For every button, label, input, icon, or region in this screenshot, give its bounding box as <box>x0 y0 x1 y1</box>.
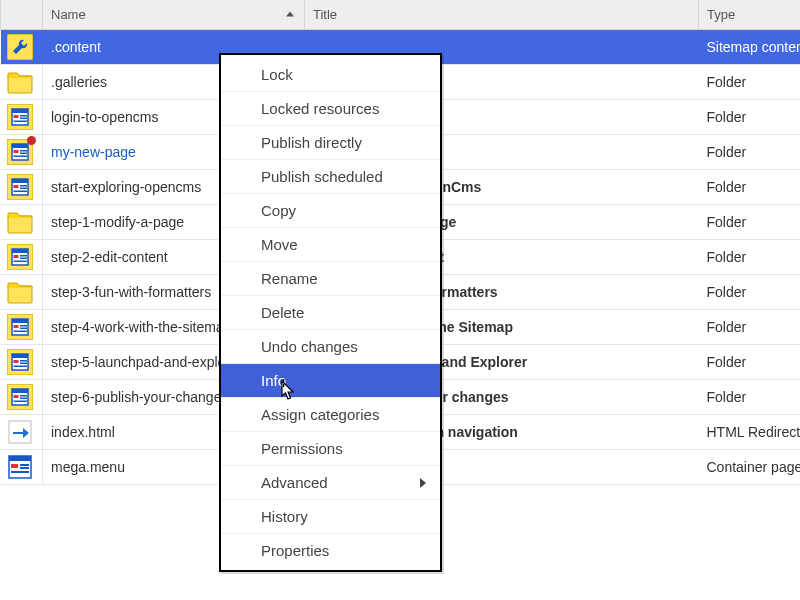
tool-icon <box>7 34 33 60</box>
row-type: Folder <box>707 214 747 230</box>
row-type-cell[interactable]: Folder <box>699 204 801 239</box>
menu-item-perms[interactable]: Permissions <box>221 432 440 466</box>
header-icon[interactable] <box>1 0 43 29</box>
page-icon <box>7 384 33 410</box>
menu-item-assign-cat[interactable]: Assign categories <box>221 398 440 432</box>
menu-item-label: History <box>261 508 308 525</box>
row-type: Folder <box>707 284 747 300</box>
redirect-icon <box>7 419 33 445</box>
row-icon-cell <box>1 29 43 64</box>
row-icon-cell <box>1 169 43 204</box>
row-name: my-new-page <box>51 144 136 160</box>
page-icon <box>7 104 33 130</box>
row-name: index.html <box>51 424 115 440</box>
header-name[interactable]: Name <box>43 0 305 29</box>
menu-item-lock[interactable]: Lock <box>221 58 440 92</box>
row-type: Folder <box>707 249 747 265</box>
row-name: login-to-opencms <box>51 109 158 125</box>
menu-item-label: Undo changes <box>261 338 358 355</box>
menu-item-label: Publish scheduled <box>261 168 383 185</box>
row-name: step-4-work-with-the-sitemap <box>51 319 232 335</box>
menu-item-locked[interactable]: Locked resources <box>221 92 440 126</box>
menu-item-label: Info <box>261 372 286 389</box>
menu-item-label: Copy <box>261 202 296 219</box>
page-icon <box>7 139 33 165</box>
row-name: step-6-publish-your-changes <box>51 389 228 405</box>
menu-item-label: Advanced <box>261 474 328 491</box>
row-type: Folder <box>707 389 747 405</box>
row-type: Folder <box>707 144 747 160</box>
menu-item-label: Assign categories <box>261 406 379 423</box>
row-type-cell[interactable]: Container page <box>699 449 801 484</box>
row-type: Sitemap content <box>707 39 801 55</box>
row-name: step-5-launchpad-and-explorer <box>51 354 242 370</box>
menu-item-history[interactable]: History <box>221 500 440 534</box>
row-icon-cell <box>1 134 43 169</box>
menu-item-pub-sched[interactable]: Publish scheduled <box>221 160 440 194</box>
row-type-cell[interactable]: Folder <box>699 99 801 134</box>
row-name: mega.menu <box>51 459 125 475</box>
menu-item-label: Rename <box>261 270 318 287</box>
menu-item-label: Publish directly <box>261 134 362 151</box>
row-type-cell[interactable]: Folder <box>699 274 801 309</box>
row-icon-cell <box>1 449 43 484</box>
row-type-cell[interactable]: Folder <box>699 239 801 274</box>
menu-item-label: Properties <box>261 542 329 559</box>
changed-badge-icon <box>27 136 36 145</box>
menu-item-info[interactable]: Info <box>221 364 440 398</box>
row-name: step-2-edit-content <box>51 249 168 265</box>
row-icon-cell <box>1 274 43 309</box>
row-name: .galleries <box>51 74 107 90</box>
context-menu: LockLocked resourcesPublish directlyPubl… <box>219 53 442 572</box>
row-type-cell[interactable]: Folder <box>699 64 801 99</box>
folder-icon <box>7 69 33 95</box>
row-name: step-1-modify-a-page <box>51 214 184 230</box>
row-type: HTML Redirect <box>707 424 801 440</box>
row-type-cell[interactable]: Folder <box>699 309 801 344</box>
menu-item-rename[interactable]: Rename <box>221 262 440 296</box>
row-type: Container page <box>707 459 801 475</box>
menu-item-advanced[interactable]: Advanced <box>221 466 440 500</box>
row-type: Folder <box>707 109 747 125</box>
row-type-cell[interactable]: HTML Redirect <box>699 414 801 449</box>
row-type-cell[interactable]: Folder <box>699 344 801 379</box>
menu-item-label: Lock <box>261 66 293 83</box>
row-icon-cell <box>1 64 43 99</box>
header-name-label: Name <box>51 7 86 22</box>
row-icon-cell <box>1 414 43 449</box>
sort-ascending-icon <box>286 12 294 17</box>
row-icon-cell <box>1 344 43 379</box>
page-icon <box>7 349 33 375</box>
menu-item-move[interactable]: Move <box>221 228 440 262</box>
row-icon-cell <box>1 309 43 344</box>
row-icon-cell <box>1 239 43 274</box>
page-icon <box>7 174 33 200</box>
row-type-cell[interactable]: Folder <box>699 169 801 204</box>
menu-item-label: Move <box>261 236 298 253</box>
row-icon-cell <box>1 99 43 134</box>
menu-item-props[interactable]: Properties <box>221 534 440 567</box>
row-type-cell[interactable]: Folder <box>699 379 801 414</box>
header-type-label: Type <box>707 7 735 22</box>
folder-icon <box>7 209 33 235</box>
row-type: Folder <box>707 179 747 195</box>
row-type: Folder <box>707 74 747 90</box>
menu-item-label: Permissions <box>261 440 343 457</box>
menu-item-delete[interactable]: Delete <box>221 296 440 330</box>
menu-item-copy[interactable]: Copy <box>221 194 440 228</box>
row-name: start-exploring-opencms <box>51 179 201 195</box>
row-type: Folder <box>707 319 747 335</box>
menu-item-label: Delete <box>261 304 304 321</box>
header-type[interactable]: Type <box>699 0 801 29</box>
row-type: Folder <box>707 354 747 370</box>
header-title-label: Title <box>313 7 337 22</box>
menu-item-undo[interactable]: Undo changes <box>221 330 440 364</box>
row-name: step-3-fun-with-formatters <box>51 284 211 300</box>
folder-icon <box>7 279 33 305</box>
row-type-cell[interactable]: Sitemap content <box>699 29 801 64</box>
row-name: .content <box>51 39 101 55</box>
menu-item-pub-direct[interactable]: Publish directly <box>221 126 440 160</box>
page-icon <box>7 314 33 340</box>
header-title[interactable]: Title <box>305 0 699 29</box>
row-type-cell[interactable]: Folder <box>699 134 801 169</box>
